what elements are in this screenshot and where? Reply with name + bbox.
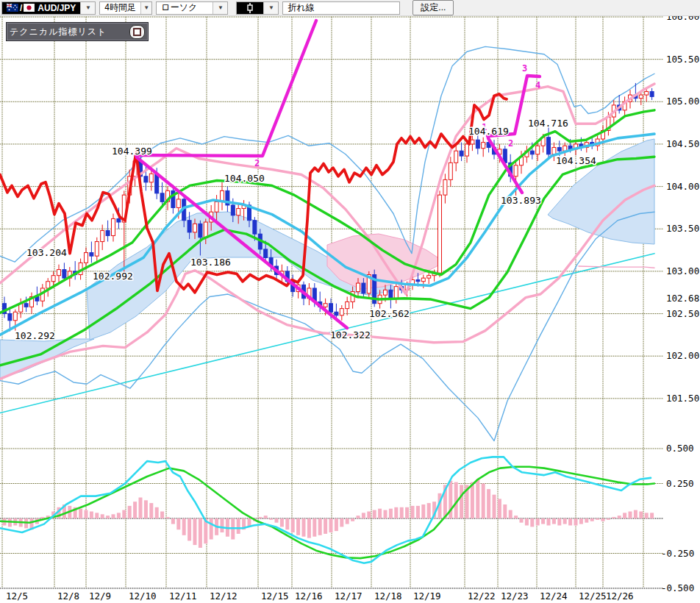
technical-indicator-list-panel[interactable]: テクニカル指標リスト — [6, 22, 149, 41]
candle-body — [471, 140, 474, 144]
candle-body — [237, 209, 240, 215]
white-candle-icon — [246, 3, 254, 13]
macd-histogram-bar — [258, 517, 262, 518]
macd-histogram-bar — [90, 512, 93, 519]
macd-histogram-bar — [155, 507, 159, 518]
price-annotation: 102.292 — [15, 330, 55, 341]
candle-body — [389, 290, 393, 299]
candle-body — [421, 278, 425, 282]
y-axis-label: 104.00 — [666, 181, 699, 192]
x-axis-label: 12/16 — [295, 590, 323, 602]
chevron-down-icon: ▼ — [140, 2, 151, 14]
candle-body — [95, 242, 99, 257]
chevron-down-icon: ▼ — [80, 2, 95, 14]
symbol-select[interactable]: / AUD/JPY ▼ — [1, 1, 96, 15]
macd-histogram-bar — [547, 518, 551, 526]
macd-histogram-bar — [634, 510, 638, 518]
y-axis-label: 105.00 — [666, 96, 699, 107]
macd-histogram-bar — [269, 518, 273, 520]
macd-histogram-bar — [193, 518, 197, 545]
candle-body — [557, 148, 561, 151]
x-axis-label: 12/10 — [129, 590, 157, 602]
price-annotation: 103.204 — [26, 247, 67, 258]
restore-window-icon — [133, 28, 141, 36]
macd-histogram-bar — [607, 518, 610, 520]
candle-body — [443, 179, 447, 195]
macd-histogram-bar — [421, 504, 425, 518]
x-axis-label: 12/15 — [261, 590, 289, 602]
x-axis-label: 12/12 — [210, 590, 238, 602]
macd-histogram-bar — [460, 485, 463, 518]
macd-histogram-bar — [367, 512, 371, 519]
macd-histogram-bar — [95, 513, 99, 518]
candle-body — [160, 193, 164, 202]
macd-histogram-bar — [530, 518, 534, 527]
price-annotation: 102.562 — [369, 308, 410, 319]
price-annotation: 103.893 — [501, 195, 541, 206]
macd-histogram-bar — [362, 513, 365, 518]
candle-body — [449, 163, 452, 179]
symbol-label: AUD/JPY — [38, 3, 76, 13]
timeframe-select[interactable]: 4時間足 ▼ — [99, 1, 152, 15]
candle-body — [176, 199, 180, 208]
macd-histogram-bar — [312, 518, 316, 537]
macd-histogram-bar — [351, 518, 354, 521]
candle-body — [57, 270, 61, 276]
macd-histogram-bar — [188, 518, 191, 540]
candle-body — [253, 221, 257, 234]
x-axis-label: 12/17 — [335, 590, 362, 602]
candle-body — [8, 314, 12, 321]
macd-histogram-bar — [394, 507, 398, 518]
macd-histogram-bar — [357, 515, 360, 518]
candle-body — [90, 253, 93, 257]
price-annotation: 104.399 — [112, 146, 152, 157]
macd-histogram-bar — [160, 512, 164, 519]
macd-histogram-bar — [389, 509, 393, 518]
x-axis-label: 12/11 — [169, 590, 197, 602]
draw-tool-label: 折れ線 — [288, 1, 314, 14]
candle-body — [476, 140, 479, 149]
macd-histogram-bar — [275, 518, 279, 523]
macd-histogram-bar — [503, 504, 507, 518]
settings-label: 設定... — [421, 1, 446, 14]
macd-histogram-bar — [520, 518, 524, 523]
candle-body — [346, 302, 349, 308]
macd-histogram-bar — [340, 518, 343, 527]
macd-histogram-bar — [101, 514, 104, 518]
chevron-down-icon: ▼ — [263, 2, 278, 14]
candle-body — [101, 231, 104, 242]
macd-histogram-bar — [346, 518, 349, 524]
macd-histogram-bar — [487, 489, 490, 518]
settings-button[interactable]: 設定... — [413, 0, 454, 15]
candle-body — [204, 222, 207, 238]
candle-body — [427, 276, 431, 278]
macd-histogram-bar — [650, 513, 654, 518]
drawing-point-label: 3 — [522, 63, 527, 74]
macd-histogram-bar — [590, 518, 594, 521]
chart-canvas[interactable]: 21234104.399104.050103.204102.992103.186… — [0, 0, 700, 603]
y-axis-label: 0.250 — [666, 478, 694, 489]
chart-type-select[interactable]: ローソク ▼ — [156, 1, 228, 15]
candle-body — [552, 148, 556, 154]
macd-histogram-bar — [552, 518, 556, 524]
macd-histogram-bar — [476, 479, 479, 518]
price-annotation: 104.354 — [556, 155, 596, 166]
macd-histogram-bar — [378, 509, 382, 518]
macd-histogram-bar — [471, 482, 474, 518]
macd-histogram-bar — [144, 500, 148, 518]
y-axis-label: 101.50 — [666, 393, 699, 404]
macd-histogram-bar — [210, 518, 213, 540]
draw-tool-field[interactable]: 折れ線 — [282, 1, 400, 15]
y-axis-label: 103.50 — [666, 223, 699, 234]
y-axis-label: 105.50 — [666, 54, 699, 65]
macd-histogram-bar — [373, 510, 376, 518]
macd-histogram-bar — [536, 518, 540, 526]
drawing-point-label: 4 — [535, 80, 540, 90]
macd-histogram-bar — [427, 503, 431, 518]
candle-body — [357, 283, 360, 292]
macd-histogram-bar — [280, 518, 284, 527]
panel-window-button[interactable] — [129, 25, 145, 39]
macd-histogram-bar — [405, 507, 409, 518]
candle-color-select[interactable]: ▼ — [236, 1, 279, 15]
candle-body — [645, 91, 649, 95]
